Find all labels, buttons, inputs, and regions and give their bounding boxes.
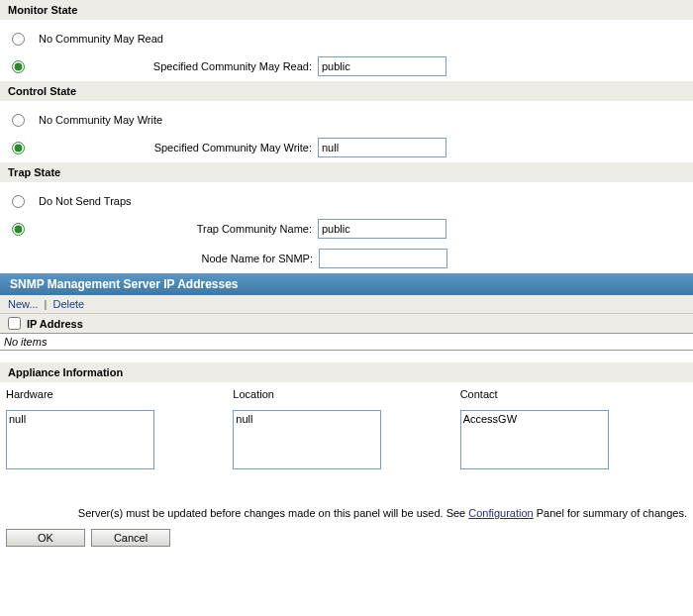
trap-state-header: Trap State bbox=[0, 162, 693, 182]
monitor-no-community-label: No Community May Read bbox=[39, 33, 163, 45]
no-items-row: No items bbox=[0, 333, 693, 351]
monitor-specified-row: Specified Community May Read: bbox=[0, 51, 693, 81]
control-no-community-label: No Community May Write bbox=[39, 114, 162, 126]
contact-label: Contact bbox=[460, 388, 687, 400]
trap-node-input[interactable] bbox=[319, 249, 447, 268]
control-state-header: Control State bbox=[0, 81, 693, 101]
appliance-info-columns: Hardware Location Contact bbox=[0, 382, 693, 501]
control-specified-label: Specified Community May Write: bbox=[39, 142, 318, 154]
location-textarea[interactable] bbox=[233, 410, 381, 469]
monitor-community-input[interactable] bbox=[318, 56, 446, 76]
ip-column-header: IP Address bbox=[0, 313, 693, 333]
button-row: OK Cancel bbox=[0, 521, 693, 559]
ok-button[interactable]: OK bbox=[6, 529, 85, 547]
new-link[interactable]: New... bbox=[8, 298, 39, 310]
snmp-servers-actions: New... | Delete bbox=[0, 295, 693, 313]
monitor-state-header: Monitor State bbox=[0, 0, 693, 20]
monitor-specified-label: Specified Community May Read: bbox=[39, 60, 318, 72]
notice-post: Panel for summary of changes. bbox=[534, 507, 687, 519]
monitor-no-community-radio[interactable] bbox=[12, 33, 25, 46]
ip-address-column-label: IP Address bbox=[27, 318, 83, 330]
update-notice: Server(s) must be updated before changes… bbox=[0, 501, 693, 521]
contact-textarea[interactable] bbox=[460, 410, 609, 469]
control-no-community-radio[interactable] bbox=[12, 114, 25, 127]
trap-no-send-radio[interactable] bbox=[12, 195, 25, 208]
trap-node-label: Node Name for SNMP: bbox=[40, 253, 319, 264]
hardware-label: Hardware bbox=[6, 388, 233, 400]
select-all-checkbox[interactable] bbox=[8, 317, 21, 330]
hardware-textarea[interactable] bbox=[6, 410, 154, 469]
trap-send-radio[interactable] bbox=[12, 223, 25, 236]
monitor-specified-radio[interactable] bbox=[12, 60, 25, 73]
control-community-input[interactable] bbox=[318, 138, 446, 157]
appliance-info-header: Appliance Information bbox=[0, 362, 693, 382]
control-specified-row: Specified Community May Write: bbox=[0, 133, 693, 162]
location-label: Location bbox=[233, 388, 459, 400]
trap-node-row: Node Name for SNMP: bbox=[0, 244, 693, 273]
control-specified-radio[interactable] bbox=[12, 142, 25, 154]
monitor-no-community-row: No Community May Read bbox=[0, 26, 693, 51]
configuration-link[interactable]: Configuration bbox=[468, 507, 533, 519]
cancel-button[interactable]: Cancel bbox=[91, 529, 170, 547]
delete-link[interactable]: Delete bbox=[52, 298, 84, 310]
trap-no-send-label: Do Not Send Traps bbox=[39, 195, 132, 207]
notice-pre: Server(s) must be updated before changes… bbox=[78, 507, 468, 519]
trap-community-input[interactable] bbox=[318, 219, 446, 239]
snmp-servers-header: SNMP Management Server IP Addresses bbox=[0, 273, 693, 295]
trap-community-label: Trap Community Name: bbox=[39, 223, 318, 235]
trap-no-send-row: Do Not Send Traps bbox=[0, 188, 693, 214]
action-separator: | bbox=[45, 298, 48, 310]
trap-community-row: Trap Community Name: bbox=[0, 214, 693, 244]
control-no-community-row: No Community May Write bbox=[0, 107, 693, 133]
